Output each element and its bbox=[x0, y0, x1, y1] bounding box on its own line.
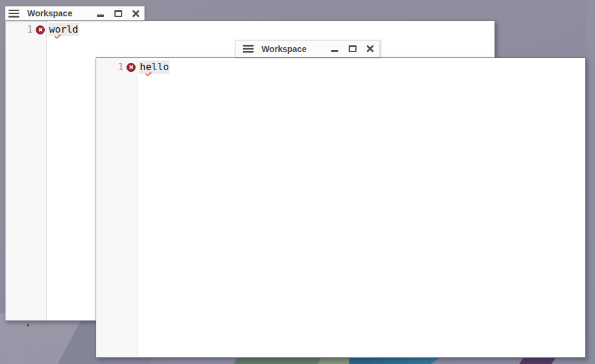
misspelled-char: o bbox=[55, 24, 61, 35]
word-part: w bbox=[49, 24, 55, 35]
front-window-editor-panel: 1 hello bbox=[96, 57, 586, 358]
close-button[interactable] bbox=[365, 44, 375, 54]
back-window-controls bbox=[88, 8, 140, 18]
word-part: rld bbox=[61, 24, 78, 35]
highlighted-word: world bbox=[48, 23, 79, 36]
code-line: world bbox=[47, 23, 495, 36]
minimize-icon bbox=[331, 50, 338, 53]
front-window-controls bbox=[322, 44, 375, 54]
maximize-icon bbox=[114, 10, 122, 17]
maximize-button[interactable] bbox=[113, 8, 123, 18]
minimize-button[interactable] bbox=[96, 8, 105, 18]
error-icon[interactable] bbox=[36, 25, 45, 34]
word-part: llo bbox=[151, 61, 169, 73]
close-button[interactable] bbox=[131, 8, 140, 18]
minimize-button[interactable] bbox=[330, 44, 340, 54]
front-window-title: Workspace bbox=[261, 44, 306, 54]
word-part: h bbox=[140, 61, 146, 73]
close-icon bbox=[366, 45, 374, 53]
hamburger-menu-icon[interactable] bbox=[243, 45, 254, 53]
front-window-titlebar[interactable]: Workspace bbox=[235, 40, 380, 57]
line-number: 1 bbox=[118, 62, 123, 73]
gutter-line: 1 bbox=[5, 23, 46, 36]
wallpaper-right-shade bbox=[586, 0, 595, 364]
front-editor-area[interactable]: hello bbox=[137, 58, 585, 357]
back-line-number-gutter: 1 bbox=[5, 21, 47, 320]
hamburger-menu-icon[interactable] bbox=[8, 10, 19, 18]
gutter-line: 1 bbox=[96, 60, 137, 74]
back-window-titlebar[interactable]: Workspace bbox=[5, 6, 145, 21]
maximize-button[interactable] bbox=[347, 44, 357, 54]
minimize-icon bbox=[97, 15, 104, 17]
wallpaper-speck bbox=[27, 324, 29, 327]
misspelled-char: e bbox=[146, 61, 152, 73]
highlighted-word: hello bbox=[139, 60, 169, 74]
maximize-icon bbox=[349, 45, 357, 52]
line-number: 1 bbox=[27, 24, 33, 35]
back-window-title: Workspace bbox=[27, 8, 72, 18]
close-icon bbox=[132, 10, 140, 18]
error-icon[interactable] bbox=[127, 63, 136, 72]
code-line: hello bbox=[137, 60, 585, 74]
front-line-number-gutter: 1 bbox=[96, 58, 137, 357]
